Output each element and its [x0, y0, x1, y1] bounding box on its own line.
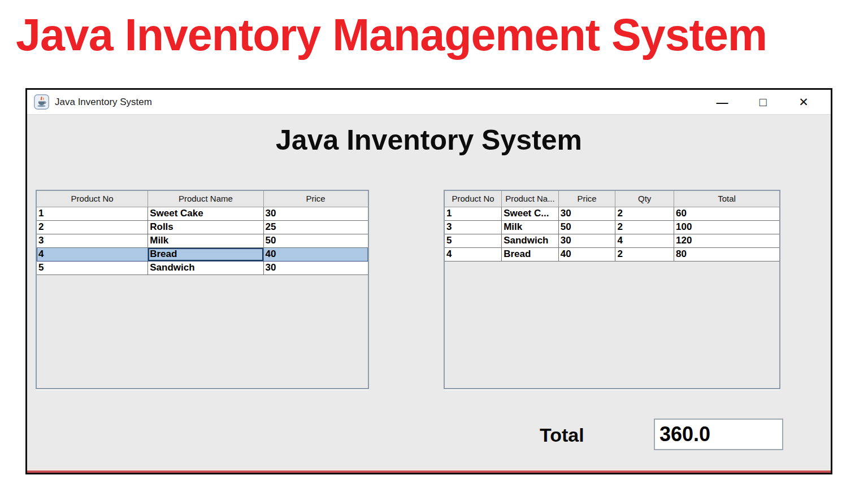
table-cell[interactable]: Milk — [148, 234, 263, 247]
table-header-row: Product NoProduct NamePrice — [37, 191, 368, 207]
column-header: Price — [263, 191, 367, 207]
table-cell[interactable]: Rolls — [148, 220, 263, 234]
app-window: Java Inventory System — □ ✕ Java Invento… — [25, 88, 832, 474]
table-cell[interactable]: 100 — [674, 220, 779, 234]
java-coffee-cup-icon — [34, 94, 49, 110]
table-cell[interactable]: Sweet Cake — [148, 207, 263, 220]
products-table-pane: Product NoProduct NamePrice1Sweet Cake30… — [36, 190, 369, 389]
column-header: Price — [558, 191, 615, 207]
table-cell[interactable]: 40 — [263, 247, 367, 261]
table-cell[interactable]: Sandwich — [148, 261, 263, 274]
table-cell[interactable]: 30 — [558, 234, 615, 247]
window-title: Java Inventory System — [55, 97, 152, 108]
table-cell[interactable]: 40 — [558, 247, 615, 261]
total-field[interactable]: 360.0 — [654, 419, 783, 450]
table-cell[interactable]: Sandwich — [502, 234, 559, 247]
table-cell[interactable]: 120 — [674, 234, 779, 247]
table-cell[interactable]: 50 — [263, 234, 367, 247]
table-cell[interactable]: Sweet C... — [502, 207, 559, 220]
column-header: Qty — [615, 191, 674, 207]
total-value: 360.0 — [659, 422, 710, 446]
close-button[interactable]: ✕ — [791, 90, 816, 115]
table-cell[interactable]: 5 — [445, 234, 502, 247]
table-cell[interactable]: Bread — [502, 247, 559, 261]
table-cell[interactable]: 30 — [263, 207, 367, 220]
table-cell[interactable]: 80 — [674, 247, 779, 261]
table-cell[interactable]: 3 — [37, 234, 148, 247]
column-header: Total — [674, 191, 779, 207]
table-row[interactable]: 4Bread40 — [37, 247, 368, 261]
column-header: Product Name — [148, 191, 263, 207]
table-cell[interactable]: 4 — [37, 247, 148, 261]
table-cell[interactable]: 1 — [37, 207, 148, 220]
column-header: Product Na... — [502, 191, 559, 207]
table-cell[interactable]: 30 — [263, 261, 367, 274]
cart-table-pane: Product NoProduct Na...PriceQtyTotal1Swe… — [444, 190, 780, 389]
window-controls: — □ ✕ — [710, 90, 816, 115]
table-row[interactable]: 5Sandwich30 — [37, 261, 368, 274]
table-cell[interactable]: 3 — [445, 220, 502, 234]
table-cell[interactable]: 4 — [615, 234, 674, 247]
products-table: Product NoProduct NamePrice1Sweet Cake30… — [37, 191, 368, 275]
table-cell[interactable]: 30 — [558, 207, 615, 220]
table-row[interactable]: 3Milk502100 — [445, 220, 779, 234]
table-row[interactable]: 3Milk50 — [37, 234, 368, 247]
table-row[interactable]: 5Sandwich304120 — [445, 234, 779, 247]
bottom-stripe — [27, 469, 831, 473]
table-row[interactable]: 2Rolls25 — [37, 220, 368, 234]
column-header: Product No — [37, 191, 148, 207]
table-cell[interactable]: 5 — [37, 261, 148, 274]
table-cell[interactable]: 2 — [615, 247, 674, 261]
table-cell[interactable]: 50 — [558, 220, 615, 234]
table-cell[interactable]: Milk — [502, 220, 559, 234]
table-cell[interactable]: 60 — [674, 207, 779, 220]
cart-table: Product NoProduct Na...PriceQtyTotal1Swe… — [445, 191, 779, 262]
table-row[interactable]: 1Sweet C...30260 — [445, 207, 779, 220]
table-cell[interactable]: 2 — [615, 207, 674, 220]
table-cell[interactable]: 25 — [263, 220, 367, 234]
page-title: Java Inventory Management System — [16, 9, 852, 61]
table-cell[interactable]: 4 — [445, 247, 502, 261]
table-header-row: Product NoProduct Na...PriceQtyTotal — [445, 191, 779, 207]
maximize-button[interactable]: □ — [750, 90, 775, 115]
table-row[interactable]: 1Sweet Cake30 — [37, 207, 368, 220]
window-titlebar[interactable]: Java Inventory System — □ ✕ — [27, 90, 831, 115]
total-label: Total — [540, 424, 584, 446]
table-cell[interactable]: 2 — [615, 220, 674, 234]
app-heading: Java Inventory System — [27, 124, 831, 156]
page: Java Inventory Management System Java In… — [0, 0, 868, 488]
table-cell[interactable]: 1 — [445, 207, 502, 220]
table-cell[interactable]: 2 — [37, 220, 148, 234]
table-row[interactable]: 4Bread40280 — [445, 247, 779, 261]
table-cell[interactable]: Bread — [148, 247, 263, 261]
minimize-button[interactable]: — — [710, 90, 735, 115]
column-header: Product No — [445, 191, 502, 207]
